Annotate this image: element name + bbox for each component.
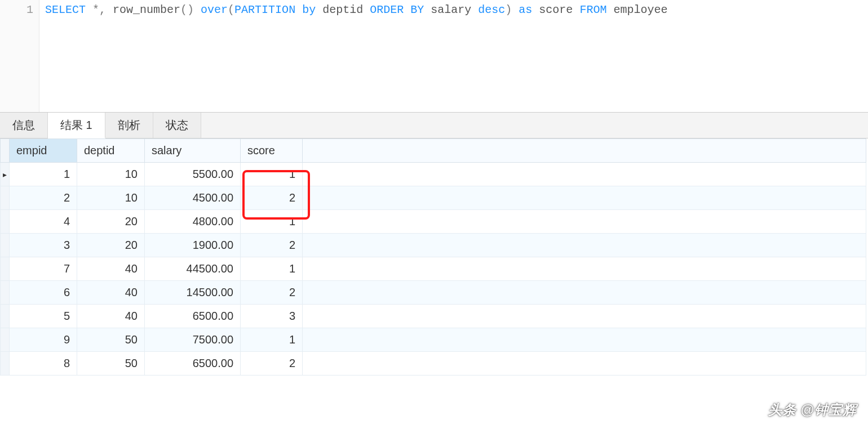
row-indicator [1,305,10,328]
table-row[interactable]: 8506500.002 [1,352,866,376]
cell-empid[interactable]: 3 [10,234,77,257]
column-header-blank [303,139,866,163]
table-row[interactable]: 4204800.001 [1,210,866,234]
cell-deptid[interactable]: 40 [77,281,145,305]
cell-blank [303,281,866,305]
cell-blank [303,210,866,234]
tab-2[interactable]: 剖析 [105,113,153,138]
code-token: ORDER BY [370,3,424,16]
cell-salary[interactable]: 4800.00 [145,210,241,234]
code-token [424,3,431,16]
code-token: deptid [322,3,363,16]
code-token: as [519,3,532,16]
cell-deptid[interactable]: 20 [77,234,145,257]
result-grid: empid deptid salary score ▸1105500.00121… [0,138,866,376]
cell-deptid[interactable]: 50 [77,328,145,352]
table-row[interactable]: 74044500.001 [1,257,866,281]
cell-blank [303,352,866,376]
cell-score[interactable]: 1 [241,328,303,352]
cell-blank [303,163,866,186]
code-token: score [539,3,573,16]
line-number: 1 [0,3,33,16]
row-indicator-header [1,139,10,163]
cell-empid[interactable]: 2 [10,186,77,210]
column-header-score[interactable]: score [241,139,303,163]
code-token: by [302,3,316,16]
code-token: FROM [579,3,606,16]
code-token [606,3,613,16]
cell-score[interactable]: 2 [241,234,303,257]
code-token [295,3,302,16]
cell-empid[interactable]: 1 [10,163,77,186]
cell-deptid[interactable]: 10 [77,163,145,186]
sql-editor[interactable]: 1 SELECT *, row_number() over(PARTITION … [0,0,868,113]
cell-score[interactable]: 1 [241,257,303,281]
row-indicator [1,257,10,281]
code-token: SELECT [45,3,86,16]
cell-salary[interactable]: 7500.00 [145,328,241,352]
cell-deptid[interactable]: 50 [77,352,145,376]
cell-empid[interactable]: 5 [10,305,77,328]
cell-salary[interactable]: 6500.00 [145,352,241,376]
cell-score[interactable]: 1 [241,163,303,186]
column-header-salary[interactable]: salary [145,139,241,163]
row-indicator [1,281,10,305]
result-tabs: 信息结果 1剖析状态 [0,113,868,138]
cell-salary[interactable]: 14500.00 [145,281,241,305]
table-row[interactable]: 64014500.002 [1,281,866,305]
tab-3[interactable]: 状态 [153,113,201,138]
row-indicator [1,186,10,210]
cell-blank [303,186,866,210]
code-token [363,3,370,16]
cell-score[interactable]: 2 [241,186,303,210]
code-token [471,3,478,16]
code-token: () [180,3,201,16]
cell-score[interactable]: 2 [241,281,303,305]
cell-empid[interactable]: 6 [10,281,77,305]
cell-blank [303,257,866,281]
cell-score[interactable]: 2 [241,352,303,376]
row-indicator [1,328,10,352]
table-row[interactable]: 3201900.002 [1,234,866,257]
table-row[interactable]: ▸1105500.001 [1,163,866,186]
cell-blank [303,234,866,257]
code-token: *, [86,3,113,16]
code-token: desc [478,3,505,16]
cell-deptid[interactable]: 20 [77,210,145,234]
cell-salary[interactable]: 44500.00 [145,257,241,281]
cell-score[interactable]: 3 [241,305,303,328]
table-row[interactable]: 9507500.001 [1,328,866,352]
table-row[interactable]: 2104500.002 [1,186,866,210]
cell-deptid[interactable]: 10 [77,186,145,210]
cell-empid[interactable]: 9 [10,328,77,352]
tab-0[interactable]: 信息 [0,113,48,138]
cell-salary[interactable]: 1900.00 [145,234,241,257]
cell-blank [303,328,866,352]
cell-salary[interactable]: 4500.00 [145,186,241,210]
sql-code[interactable]: SELECT *, row_number() over(PARTITION by… [39,0,868,112]
code-token [316,3,322,16]
cell-score[interactable]: 1 [241,210,303,234]
result-header-row: empid deptid salary score [1,139,866,163]
column-header-empid[interactable]: empid [10,139,77,163]
code-token: PARTITION [234,3,295,16]
column-header-deptid[interactable]: deptid [77,139,145,163]
code-token: over [201,3,228,16]
code-token: ) [505,3,519,16]
cell-empid[interactable]: 8 [10,352,77,376]
code-token: row_number [113,3,180,16]
cell-salary[interactable]: 6500.00 [145,305,241,328]
row-indicator: ▸ [1,163,10,186]
code-token: employee [613,3,667,16]
editor-gutter: 1 [0,0,39,112]
cell-empid[interactable]: 7 [10,257,77,281]
code-token: ( [228,3,234,16]
tab-1[interactable]: 结果 1 [48,113,105,138]
code-token: salary [431,3,471,16]
cell-salary[interactable]: 5500.00 [145,163,241,186]
cell-deptid[interactable]: 40 [77,257,145,281]
table-row[interactable]: 5406500.003 [1,305,866,328]
cell-deptid[interactable]: 40 [77,305,145,328]
cell-empid[interactable]: 4 [10,210,77,234]
watermark: 头条 @钟宝辉 [768,401,857,419]
